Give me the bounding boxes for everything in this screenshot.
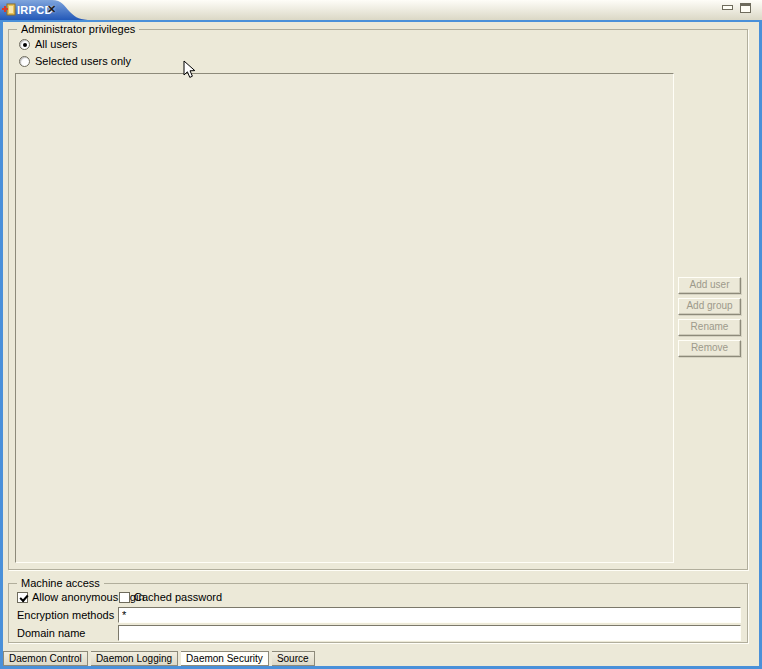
machine-access-group: Machine access Allow anonymous login Cac… xyxy=(8,583,748,643)
view-border-left xyxy=(0,22,3,669)
irpcd-editor-view: IRPCD ✕ Administrator privileges All use… xyxy=(0,0,762,669)
encryption-methods-input[interactable] xyxy=(118,607,741,623)
cached-password-checkbox[interactable] xyxy=(119,592,130,603)
rename-button[interactable]: Rename xyxy=(678,319,741,336)
administrator-privileges-group: Administrator privileges All users Selec… xyxy=(8,29,748,570)
add-group-button[interactable]: Add group xyxy=(678,298,741,315)
add-user-button[interactable]: Add user xyxy=(678,277,741,294)
tabstrip-accent-line xyxy=(0,20,762,22)
tab-daemon-control[interactable]: Daemon Control xyxy=(3,651,88,666)
domain-name-label: Domain name xyxy=(17,627,85,639)
cached-password-label[interactable]: Cached password xyxy=(134,591,222,603)
users-list[interactable] xyxy=(15,73,674,563)
all-users-radio-label[interactable]: All users xyxy=(35,38,77,50)
all-users-radio[interactable] xyxy=(19,39,30,50)
remove-button[interactable]: Remove xyxy=(678,340,741,357)
encryption-methods-label: Encryption methods xyxy=(17,609,114,621)
bottom-tab-folder: Daemon Control Daemon Logging Daemon Sec… xyxy=(3,651,315,666)
machine-access-label: Machine access xyxy=(17,577,104,589)
editor-tabstrip: IRPCD ✕ xyxy=(0,0,762,20)
tab-source[interactable]: Source xyxy=(272,651,315,666)
tab-irpcd[interactable]: IRPCD ✕ xyxy=(0,0,92,20)
minimize-icon[interactable] xyxy=(722,5,733,10)
selected-users-only-radio[interactable] xyxy=(19,56,30,67)
selected-users-only-radio-label[interactable]: Selected users only xyxy=(35,55,131,67)
domain-name-input[interactable] xyxy=(118,625,741,641)
tab-daemon-security[interactable]: Daemon Security xyxy=(181,651,269,666)
close-icon[interactable]: ✕ xyxy=(45,3,58,16)
tab-daemon-logging[interactable]: Daemon Logging xyxy=(91,651,178,666)
administrator-privileges-label: Administrator privileges xyxy=(17,23,139,35)
maximize-icon[interactable] xyxy=(740,3,751,13)
allow-anonymous-login-checkbox[interactable] xyxy=(17,592,28,603)
